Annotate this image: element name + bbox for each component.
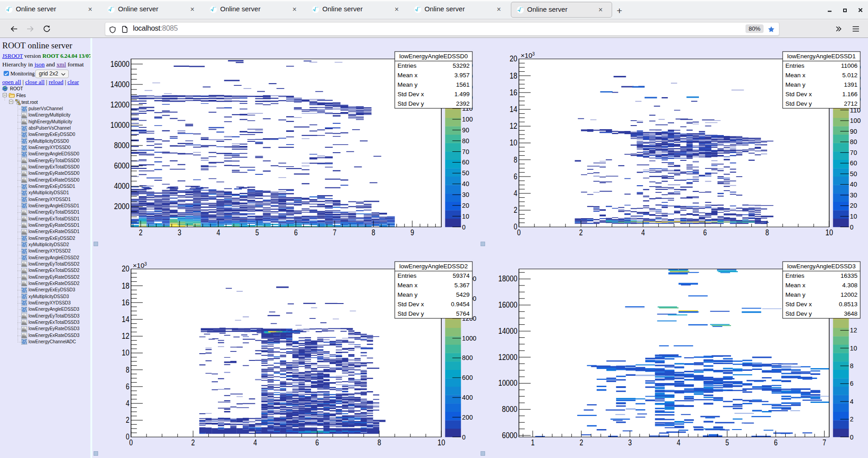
svg-text:9: 9 — [410, 228, 414, 237]
svg-text:16000: 16000 — [110, 59, 129, 69]
svg-text:4: 4 — [253, 438, 257, 447]
svg-text:53292: 53292 — [453, 62, 470, 69]
svg-text:40: 40 — [462, 180, 469, 187]
svg-text:0: 0 — [462, 223, 466, 231]
svg-text:Mean y: Mean y — [397, 291, 418, 298]
svg-text:20: 20 — [122, 264, 129, 273]
svg-text:6: 6 — [126, 382, 129, 391]
svg-text:14: 14 — [122, 314, 129, 324]
svg-text:6000: 6000 — [114, 161, 129, 170]
svg-text:1561: 1561 — [456, 81, 470, 88]
svg-text:6: 6 — [850, 379, 854, 387]
svg-text:8: 8 — [850, 362, 854, 369]
svg-text:12002: 12002 — [840, 291, 858, 298]
svg-text:5764: 5764 — [456, 310, 470, 317]
svg-text:5.367: 5.367 — [454, 282, 470, 289]
svg-text:200: 200 — [462, 413, 473, 421]
svg-text:10: 10 — [850, 212, 857, 220]
svg-text:4: 4 — [641, 228, 645, 237]
svg-text:50: 50 — [850, 170, 857, 178]
svg-text:Std Dev x: Std Dev x — [397, 301, 424, 308]
svg-text:100: 100 — [850, 117, 861, 124]
svg-text:11006: 11006 — [841, 62, 858, 69]
svg-text:10: 10 — [438, 438, 445, 447]
svg-text:Mean x: Mean x — [397, 72, 418, 79]
svg-text:14000: 14000 — [110, 79, 129, 89]
svg-text:2: 2 — [191, 438, 195, 447]
svg-text:1391: 1391 — [844, 81, 858, 88]
svg-text:30: 30 — [462, 191, 469, 198]
svg-text:2: 2 — [579, 228, 583, 237]
svg-text:70: 70 — [462, 148, 469, 155]
svg-text:10000: 10000 — [498, 378, 517, 388]
svg-text:Entries: Entries — [785, 272, 804, 279]
svg-text:8000: 8000 — [114, 140, 129, 150]
svg-text:Std Dev y: Std Dev y — [397, 310, 424, 317]
svg-text:lowEnergyAngleEDSSD1: lowEnergyAngleEDSSD1 — [787, 53, 856, 60]
svg-text:40: 40 — [850, 180, 857, 188]
svg-text:8: 8 — [765, 228, 769, 237]
svg-text:6: 6 — [316, 438, 319, 447]
svg-text:80: 80 — [462, 137, 469, 145]
svg-text:10: 10 — [122, 348, 129, 357]
svg-text:12000: 12000 — [110, 100, 129, 109]
svg-text:lowEnergyAngleEDSSD2: lowEnergyAngleEDSSD2 — [399, 263, 468, 270]
svg-text:5429: 5429 — [456, 291, 470, 298]
svg-text:Std Dev y: Std Dev y — [785, 310, 812, 317]
svg-text:90: 90 — [462, 126, 469, 134]
svg-text:0.9454: 0.9454 — [451, 301, 470, 308]
svg-text:7: 7 — [333, 228, 336, 237]
svg-text:2: 2 — [139, 228, 142, 237]
svg-text:8: 8 — [372, 228, 375, 237]
svg-text:0: 0 — [514, 222, 517, 231]
svg-text:2392: 2392 — [456, 100, 470, 107]
svg-text:50: 50 — [462, 169, 469, 177]
svg-text:0: 0 — [462, 433, 466, 441]
svg-text:Mean x: Mean x — [785, 282, 806, 289]
svg-text:18000: 18000 — [498, 274, 517, 283]
svg-text:2: 2 — [580, 438, 583, 447]
svg-text:12000: 12000 — [498, 352, 517, 362]
svg-text:30: 30 — [850, 191, 857, 199]
svg-text:59374: 59374 — [453, 272, 470, 279]
svg-text:4: 4 — [514, 188, 517, 198]
svg-text:16000: 16000 — [498, 300, 517, 309]
svg-text:4: 4 — [126, 398, 129, 408]
svg-text:6000: 6000 — [502, 430, 517, 440]
svg-text:1.499: 1.499 — [454, 91, 470, 98]
svg-text:Entries: Entries — [397, 62, 416, 69]
svg-text:6: 6 — [703, 228, 707, 237]
svg-text:Mean y: Mean y — [785, 81, 806, 88]
svg-text:10000: 10000 — [110, 120, 129, 130]
svg-text:0: 0 — [850, 223, 854, 231]
svg-text:3: 3 — [628, 438, 632, 447]
svg-text:8: 8 — [514, 155, 517, 164]
svg-text:20: 20 — [462, 201, 469, 209]
svg-text:600: 600 — [462, 374, 473, 381]
svg-text:400: 400 — [462, 393, 473, 401]
svg-text:Std Dev y: Std Dev y — [785, 100, 812, 107]
svg-text:Std Dev y: Std Dev y — [397, 100, 424, 107]
svg-text:7: 7 — [822, 438, 826, 447]
svg-text:2: 2 — [126, 415, 129, 425]
svg-text:4: 4 — [677, 438, 680, 447]
svg-text:Mean x: Mean x — [785, 72, 806, 79]
svg-text:Std Dev x: Std Dev x — [785, 301, 812, 308]
svg-text:18: 18 — [122, 281, 129, 290]
svg-text:16335: 16335 — [840, 272, 858, 279]
svg-text:lowEnergyAngleEDSSD0: lowEnergyAngleEDSSD0 — [399, 53, 468, 60]
svg-text:Entries: Entries — [397, 272, 416, 279]
svg-text:8: 8 — [126, 365, 129, 374]
svg-text:6: 6 — [774, 438, 778, 447]
svg-text:60: 60 — [462, 158, 469, 166]
svg-text:6: 6 — [294, 228, 298, 237]
svg-text:20: 20 — [509, 54, 517, 63]
svg-text:10: 10 — [826, 228, 833, 237]
svg-text:2712: 2712 — [844, 100, 858, 107]
svg-text:10: 10 — [509, 138, 517, 147]
svg-text:1000: 1000 — [462, 334, 476, 342]
svg-text:90: 90 — [850, 127, 857, 135]
svg-text:0.8513: 0.8513 — [839, 301, 858, 308]
svg-text:1.166: 1.166 — [842, 91, 858, 98]
svg-text:Std Dev x: Std Dev x — [397, 91, 424, 98]
